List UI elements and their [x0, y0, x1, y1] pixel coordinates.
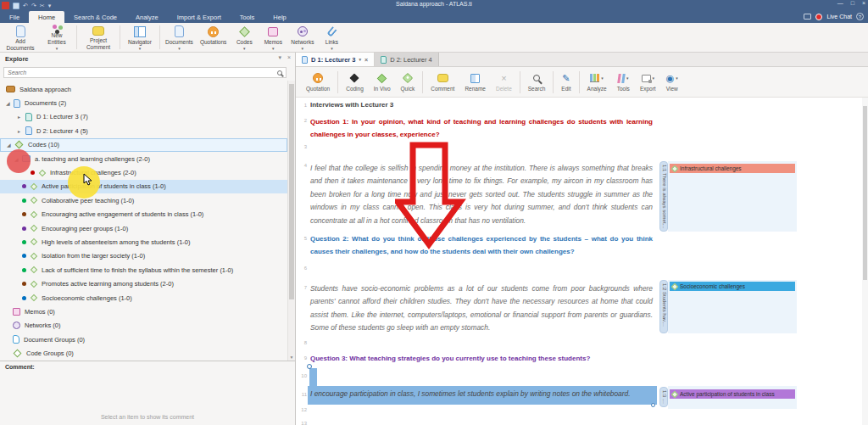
tree-item-networks[interactable]: Networks (0) — [0, 319, 287, 333]
tree-item-teaching-and-learning-challenges[interactable]: ◢ a. teaching and learning challenges (2… — [0, 152, 287, 165]
window-title: Saldana approach - ATLAS.ti — [0, 1, 868, 7]
code-color-dot — [22, 282, 26, 286]
tree-item-promotes-active-learning[interactable]: Promotes active learning among students … — [0, 277, 287, 290]
codes-button[interactable]: Codes▾ — [230, 23, 259, 52]
expander-closed-icon[interactable]: ▸ — [18, 114, 25, 120]
feedback-icon[interactable] — [804, 14, 811, 20]
chevron-down-icon: ▾ — [302, 47, 304, 51]
tree-item-codes[interactable]: ◢ Codes (10) — [0, 138, 287, 152]
tree-item-memos[interactable]: Memos (0) — [0, 305, 287, 318]
expander-open-icon[interactable]: ◢ — [6, 100, 14, 106]
menu-file[interactable]: File — [0, 11, 29, 23]
quotations-button[interactable]: Quotations — [197, 23, 230, 52]
tree-item-encouraging-active-engagement[interactable]: Encouraging active engagement of student… — [0, 208, 287, 221]
document-scrollbar[interactable] — [862, 98, 868, 425]
menu-home[interactable]: Home — [29, 11, 64, 23]
tab-d1-lecturer-3[interactable]: D 1: Lecturer 3 ▾ × — [296, 53, 375, 66]
tab-dropdown-icon[interactable]: ▾ — [359, 57, 362, 62]
line-number: 6 — [296, 266, 307, 271]
panel-close-icon[interactable]: × — [287, 54, 291, 61]
code-label-socioeconomic-challenges[interactable]: Socioeconomic challenges — [670, 282, 795, 291]
tree-item-documents[interactable]: ◢ Documents (2) — [0, 96, 287, 109]
menu-import-export[interactable]: Import & Export — [168, 11, 231, 23]
menubar: File Home Search & Code Analyze Import &… — [0, 11, 868, 23]
code-icon — [31, 225, 37, 232]
edit-button[interactable]: ✎ Edit — [556, 73, 576, 92]
expander-open-icon[interactable]: ◢ — [7, 142, 14, 148]
toolbar-separator — [337, 71, 338, 93]
add-documents-button[interactable]: Add Documents▾ — [2, 23, 39, 52]
minimize-button[interactable]: — — [837, 0, 843, 6]
tree-item-socioeconomic-challenges[interactable]: Socioeconomic challenges (1-0) — [0, 291, 287, 305]
documents-icon — [14, 99, 20, 108]
new-entities-button[interactable]: New Entities▾ — [39, 23, 75, 52]
tree-item-label: High levels of absenteeism among the stu… — [42, 238, 191, 246]
documents-button[interactable]: Documents▾ — [162, 23, 197, 52]
explore-scrollbar[interactable]: ▼ — [287, 81, 295, 361]
code-label-infrastructural-challenges[interactable]: Infrastructural challenges — [670, 164, 795, 173]
quotation-bar-3[interactable]: 1:3 … — [659, 387, 668, 407]
export-button[interactable]: ▾ Export — [635, 73, 661, 92]
scrollbar-thumb[interactable] — [289, 84, 294, 299]
tree-item-active-participation[interactable]: Active participation of students in clas… — [0, 180, 287, 193]
comment-label: Comment: — [5, 364, 35, 370]
explore-search — [3, 67, 287, 78]
menu-analyze[interactable]: Analyze — [126, 11, 168, 23]
coding-button[interactable]: Coding — [341, 73, 369, 92]
tree-item-d1-lecturer-3[interactable]: ▸ D 1: Lecturer 3 (7) — [0, 110, 287, 124]
tree-item-label: Documents (2) — [25, 99, 66, 107]
document-toolbar: Quotation Coding In Vivo Quick Comment — [296, 67, 868, 98]
tree-item-saldana-approach[interactable]: Saldana approach — [0, 82, 287, 96]
comment-button[interactable]: Comment — [426, 73, 459, 92]
live-chat-button[interactable]: Live Chat — [826, 14, 852, 20]
in-vivo-button[interactable]: In Vivo — [369, 73, 396, 92]
menu-tools[interactable]: Tools — [231, 11, 264, 23]
memos-button[interactable]: Memos▾ — [259, 23, 287, 52]
menu-help[interactable]: Help — [264, 11, 295, 23]
tree-item-d2-lecturer-4[interactable]: ▸ D 2: Lecturer 4 (5) — [0, 124, 287, 137]
quick-coding-button[interactable]: Quick — [396, 73, 420, 92]
tree-item-high-levels-of-absenteeism[interactable]: High levels of absenteeism among the stu… — [0, 235, 287, 249]
tools-button[interactable]: ▾ Tools — [612, 73, 635, 92]
networks-button[interactable]: Networks▾ — [287, 23, 317, 52]
search-button[interactable]: Search — [523, 73, 551, 92]
search-input[interactable] — [8, 70, 277, 75]
tree-item-collaborative-peer-teaching[interactable]: Collaborative peer teaching (1-0) — [0, 193, 287, 207]
project-comment-button[interactable]: Project Comment — [79, 23, 118, 52]
tab-d2-lecturer-4[interactable]: D 2: Lecturer 4 — [375, 53, 439, 66]
tree-item-document-groups[interactable]: Document Groups (0) — [0, 333, 287, 346]
analyze-button[interactable]: ▾ Analyze — [582, 73, 612, 92]
navigator-button[interactable]: Navigator▾ — [122, 23, 158, 52]
toolbar-separator — [553, 71, 554, 93]
close-button[interactable]: × — [862, 0, 865, 6]
scrollbar-thumb[interactable] — [863, 106, 867, 280]
tree-item-code-groups[interactable]: Code Groups (0) — [0, 346, 287, 360]
document-content[interactable]: 1 2 3 4 5 6 7 8 9 10 11 12 13 Interviews… — [296, 98, 868, 425]
toolbar-separator — [422, 71, 423, 93]
panel-menu-icon[interactable]: ▾ — [278, 54, 281, 61]
quotation-bar-1[interactable]: 1:1 There is always somet… — [659, 161, 668, 232]
links-button[interactable]: Links▾ — [317, 23, 346, 52]
tab-close-icon[interactable]: × — [364, 57, 368, 63]
tree-item-lack-of-sufficient-time[interactable]: Lack of sufficient time to finish the sy… — [0, 263, 287, 277]
help-icon[interactable]: ? — [856, 13, 864, 20]
quotation-bar-2[interactable]: 1:2 Students hav… — [659, 280, 668, 333]
selection-end-handle[interactable] — [651, 403, 655, 407]
delete-button[interactable]: × Delete — [491, 73, 517, 92]
quotation-button[interactable]: Quotation — [301, 73, 335, 92]
tree-item-infrastructural-challenges[interactable]: Infrastructural challenges (2-0) — [0, 165, 287, 179]
code-label-active-participation[interactable]: Active participation of students in clas… — [670, 389, 795, 399]
tree-item-encouraging-peer-groups[interactable]: Encouraging peer groups (1-0) — [0, 221, 287, 235]
scrollbar-down-arrow[interactable]: ▼ — [288, 355, 295, 360]
tree-item-isolation-from-larger-society[interactable]: Isolation from the larger society (1-0) — [0, 249, 287, 263]
rename-button[interactable]: Rename — [459, 73, 491, 92]
selection-start-handle[interactable] — [307, 364, 312, 369]
ribbon: Add Documents▾ New Entities▾ Project Com… — [0, 23, 868, 53]
expander-closed-icon[interactable]: ▸ — [18, 128, 25, 134]
code-icon — [31, 266, 37, 273]
menu-search-and-code[interactable]: Search & Code — [64, 11, 126, 23]
view-button[interactable]: ◉▾ View — [661, 73, 683, 92]
maximize-button[interactable]: □ — [851, 0, 854, 6]
annotation-red-circle — [7, 149, 31, 173]
code-groups-icon — [14, 350, 22, 358]
